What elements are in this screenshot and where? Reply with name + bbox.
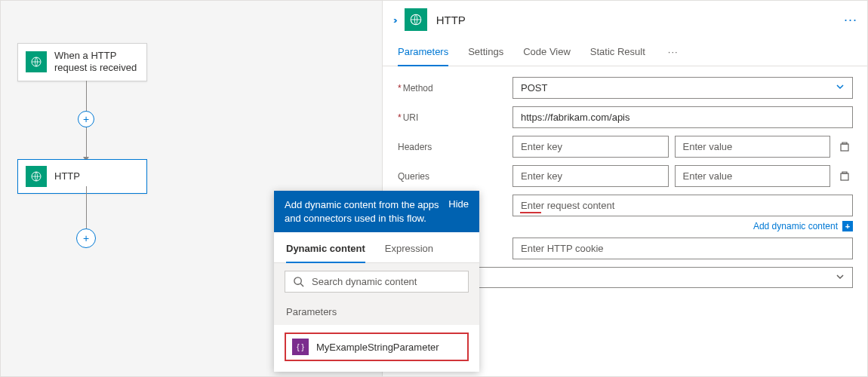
popup-search-placeholder: Search dynamic content bbox=[312, 276, 417, 287]
popup-section-parameters: Parameters bbox=[274, 300, 479, 325]
popup-tab-dynamic[interactable]: Dynamic content bbox=[286, 238, 365, 263]
add-dynamic-content-icon[interactable]: + bbox=[842, 221, 853, 231]
headers-edit-icon[interactable] bbox=[836, 139, 853, 155]
add-step-button[interactable]: + bbox=[78, 111, 94, 127]
popup-search-input[interactable]: Search dynamic content bbox=[285, 271, 469, 293]
http-action-label: HTTP bbox=[54, 170, 80, 182]
trigger-label: When a HTTP request is received bbox=[54, 50, 139, 75]
svg-point-5 bbox=[294, 277, 301, 284]
label-method: *Method bbox=[398, 83, 503, 93]
panel-icon bbox=[405, 8, 427, 31]
panel-title: HTTP bbox=[436, 14, 466, 26]
cookie-input[interactable]: Enter HTTP cookie bbox=[512, 238, 853, 259]
chevron-down-icon bbox=[836, 272, 845, 284]
queries-key-input[interactable]: Enter key bbox=[512, 165, 669, 187]
headers-key-input[interactable]: Enter key bbox=[512, 136, 669, 158]
connector-line-tail: + bbox=[86, 186, 87, 228]
tab-code-view[interactable]: Code View bbox=[523, 40, 571, 66]
row-method: *Method POST bbox=[398, 77, 853, 99]
body-input[interactable]: Enter request content bbox=[512, 195, 853, 216]
connector-line: + bbox=[86, 81, 87, 158]
popup-search-wrap: Search dynamic content bbox=[274, 263, 479, 300]
tab-parameters[interactable]: Parameters bbox=[398, 40, 448, 66]
tab-static-result[interactable]: Static Result bbox=[590, 40, 645, 66]
chevron-down-icon bbox=[836, 82, 845, 93]
row-uri: *URI https://fabrikam.com/apis bbox=[398, 106, 853, 128]
popup-tabs: Dynamic content Expression bbox=[274, 232, 479, 263]
popup-header: Add dynamic content from the apps and co… bbox=[274, 191, 479, 232]
trigger-node[interactable]: When a HTTP request is received bbox=[17, 43, 147, 81]
http-action-node[interactable]: HTTP bbox=[17, 159, 147, 194]
svg-rect-3 bbox=[841, 144, 848, 151]
popup-tab-expression[interactable]: Expression bbox=[385, 238, 433, 263]
search-icon bbox=[293, 276, 304, 287]
collapse-panel-icon[interactable]: ›› bbox=[393, 14, 396, 26]
row-headers: Headers Enter key Enter value bbox=[398, 136, 853, 158]
method-select[interactable]: POST bbox=[512, 77, 853, 99]
queries-edit-icon[interactable] bbox=[836, 168, 853, 185]
panel-header: ›› HTTP ··· bbox=[383, 1, 868, 35]
queries-value-input[interactable]: Enter value bbox=[675, 165, 831, 187]
svg-rect-4 bbox=[841, 173, 848, 180]
popup-help-text: Add dynamic content from the apps and co… bbox=[285, 198, 441, 225]
panel-more-icon[interactable]: ··· bbox=[844, 12, 857, 28]
headers-value-input[interactable]: Enter value bbox=[675, 136, 831, 158]
uri-input[interactable]: https://fabrikam.com/apis bbox=[512, 106, 853, 128]
tab-settings[interactable]: Settings bbox=[468, 40, 503, 66]
parameter-item[interactable]: { } MyExampleStringParameter bbox=[285, 333, 469, 361]
label-headers: Headers bbox=[398, 142, 503, 152]
parameter-icon: { } bbox=[292, 339, 309, 355]
parameter-name: MyExampleStringParameter bbox=[316, 342, 439, 353]
label-queries: Queries bbox=[398, 171, 503, 182]
popup-hide-link[interactable]: Hide bbox=[448, 198, 469, 225]
add-dynamic-content-link[interactable]: Add dynamic content bbox=[753, 221, 838, 231]
row-queries: Queries Enter key Enter value bbox=[398, 165, 853, 187]
tab-more-icon[interactable]: ··· bbox=[665, 40, 682, 66]
add-step-button-tail[interactable]: + bbox=[76, 228, 96, 248]
required-indicator bbox=[520, 212, 541, 213]
http-action-icon bbox=[26, 166, 47, 187]
panel-tabs: Parameters Settings Code View Static Res… bbox=[383, 35, 868, 66]
dynamic-content-popup: Add dynamic content from the apps and co… bbox=[274, 191, 479, 372]
method-value: POST bbox=[521, 82, 547, 93]
http-trigger-icon bbox=[26, 51, 47, 72]
label-uri: *URI bbox=[398, 112, 503, 123]
